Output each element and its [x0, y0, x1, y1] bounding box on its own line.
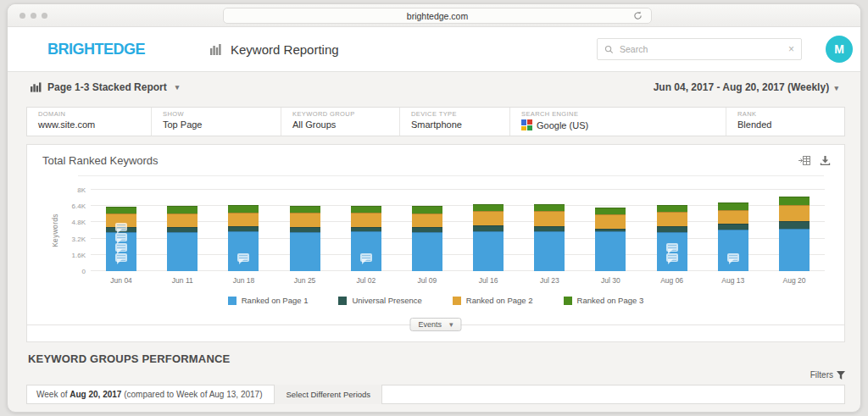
bar-segment[interactable]	[167, 214, 198, 227]
bar-segment[interactable]	[473, 204, 504, 211]
bar-segment[interactable]	[718, 224, 748, 230]
event-markers[interactable]	[666, 243, 678, 262]
bar-segment[interactable]	[167, 232, 198, 271]
bar-segment[interactable]	[351, 231, 381, 271]
window-controls[interactable]	[19, 13, 47, 19]
bar-segment[interactable]	[106, 207, 136, 214]
bar-segment[interactable]	[534, 211, 565, 225]
url-text[interactable]: brightedge.com	[407, 11, 468, 21]
bar-segment[interactable]	[718, 210, 748, 224]
bar-segment[interactable]	[473, 211, 504, 225]
minimize-window-icon[interactable]	[31, 13, 36, 19]
event-note-icon[interactable]	[666, 253, 678, 262]
bar-segment[interactable]	[228, 205, 259, 213]
bar-column-jul-02[interactable]	[336, 190, 397, 271]
bar-segment[interactable]	[657, 212, 687, 225]
bar-segment[interactable]	[351, 213, 381, 227]
legend-item[interactable]: Ranked on Page 3	[564, 296, 644, 305]
close-window-icon[interactable]	[19, 13, 25, 19]
bar-segment[interactable]	[779, 229, 810, 271]
search-clear-icon[interactable]: ×	[788, 43, 794, 55]
bar-segment[interactable]	[657, 226, 687, 232]
bar-segment[interactable]	[718, 230, 748, 271]
filter-show[interactable]: SHOWTop Page	[152, 108, 281, 136]
filter-label: SHOW	[163, 110, 281, 118]
event-markers[interactable]	[360, 253, 372, 262]
funnel-icon	[837, 371, 845, 380]
filter-rank[interactable]: RANKBlended	[726, 108, 844, 136]
bar-segment[interactable]	[473, 231, 504, 271]
bar-segment[interactable]	[412, 214, 442, 228]
event-note-icon[interactable]	[115, 233, 127, 241]
refresh-icon[interactable]	[633, 11, 643, 20]
event-note-icon[interactable]	[666, 243, 678, 252]
address-bar[interactable]: brightedge.com	[223, 8, 652, 24]
bar-segment[interactable]	[473, 225, 504, 231]
export-table-icon[interactable]	[798, 155, 811, 166]
search-input[interactable]	[620, 44, 782, 54]
bar-column-aug-13[interactable]	[703, 190, 764, 271]
bar-column-jun-18[interactable]	[213, 190, 274, 271]
bar-column-jun-25[interactable]	[275, 190, 336, 271]
date-range-selector[interactable]: Jun 04, 2017 - Aug 20, 2017 (Weekly) ▾	[654, 81, 838, 93]
legend-item[interactable]: Universal Presence	[338, 296, 421, 305]
filter-search-engine[interactable]: SEARCH ENGINEGoogle (US)	[510, 108, 726, 136]
bar-segment[interactable]	[718, 202, 748, 210]
filter-label: DEVICE TYPE	[411, 110, 509, 118]
bar-segment[interactable]	[412, 206, 442, 213]
filter-keyword-group[interactable]: KEYWORD GROUPAll Groups	[281, 108, 400, 136]
bar-segment[interactable]	[228, 231, 259, 271]
events-button[interactable]: Events ▾	[409, 318, 461, 331]
event-note-icon[interactable]	[115, 223, 127, 231]
brightedge-logo[interactable]: BRIGHTEDGE	[47, 41, 145, 58]
bar-column-jun-04[interactable]	[91, 190, 152, 271]
bar-column-jul-23[interactable]	[519, 190, 580, 271]
bar-column-aug-20[interactable]	[764, 190, 825, 271]
filter-domain[interactable]: DOMAINwww.site.com	[27, 108, 152, 136]
bar-column-jun-11[interactable]	[152, 190, 213, 271]
report-selector[interactable]: Page 1-3 Stacked Report ▾	[31, 81, 179, 93]
bar-segment[interactable]	[290, 206, 320, 213]
select-different-periods-button[interactable]: Select Different Periods	[274, 385, 382, 404]
bar-column-aug-06[interactable]	[642, 190, 703, 271]
event-note-icon[interactable]	[727, 253, 739, 262]
bar-segment[interactable]	[657, 205, 687, 212]
legend-item[interactable]: Ranked on Page 2	[453, 296, 533, 305]
bar-segment[interactable]	[167, 206, 198, 213]
bar-segment[interactable]	[534, 204, 565, 211]
bar-segment[interactable]	[595, 208, 626, 214]
bar-segment[interactable]	[228, 213, 259, 226]
search-box[interactable]: ×	[597, 38, 802, 60]
event-note-icon[interactable]	[115, 243, 127, 252]
x-tick-label: Jun 18	[213, 276, 274, 285]
stacked-report-icon	[31, 82, 42, 92]
avatar[interactable]: M	[826, 36, 853, 63]
legend-item[interactable]: Ranked on Page 1	[228, 296, 309, 305]
bar-segment[interactable]	[595, 231, 626, 271]
bar-column-jul-16[interactable]	[458, 190, 519, 271]
bar-segment[interactable]	[290, 213, 320, 227]
event-markers[interactable]	[115, 223, 127, 262]
bar-segment[interactable]	[351, 206, 381, 213]
bar-segment[interactable]	[779, 205, 810, 221]
legend-label: Ranked on Page 2	[466, 296, 533, 305]
bar-segment[interactable]	[779, 221, 810, 230]
filter-device-type[interactable]: DEVICE TYPESmartphone	[400, 108, 510, 136]
event-note-icon[interactable]	[237, 253, 249, 262]
event-markers[interactable]	[727, 253, 739, 262]
event-markers[interactable]	[237, 253, 249, 262]
event-note-icon[interactable]	[115, 253, 127, 262]
bar-column-jul-09[interactable]	[397, 190, 458, 271]
total-ranked-keywords-panel: Total Ranked Keywords Keywords 01.6K3.2K…	[26, 144, 845, 342]
chevron-down-icon: ▾	[449, 320, 453, 329]
bar-segment[interactable]	[779, 197, 810, 205]
bar-segment[interactable]	[534, 231, 565, 271]
event-note-icon[interactable]	[360, 253, 372, 262]
zoom-window-icon[interactable]	[42, 13, 47, 19]
bar-segment[interactable]	[595, 214, 626, 229]
bar-segment[interactable]	[290, 232, 320, 271]
filters-button[interactable]: Filters	[810, 370, 845, 380]
bar-column-jul-30[interactable]	[580, 190, 641, 271]
bar-segment[interactable]	[412, 232, 442, 271]
download-icon[interactable]	[820, 155, 831, 166]
